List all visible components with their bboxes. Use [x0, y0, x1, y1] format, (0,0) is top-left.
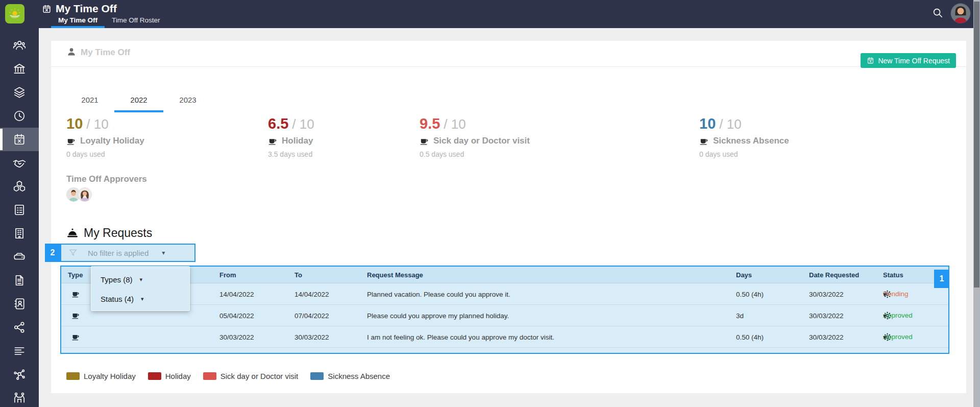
sidebar-item-cubes[interactable] [0, 175, 39, 198]
search-icon[interactable] [932, 7, 944, 19]
person-icon [66, 46, 77, 57]
caret-down-icon[interactable]: ▾ [883, 333, 887, 341]
user-avatar[interactable] [950, 3, 971, 23]
people-carry-icon [13, 391, 26, 404]
sidebar-item-share[interactable] [0, 316, 39, 339]
stat-sickness-absence: 10/ 10 Sickness Absence 0 days used [699, 115, 789, 158]
divider [51, 66, 966, 67]
align-left-icon [13, 344, 26, 357]
year-tab-2022[interactable]: 2022 [114, 89, 163, 112]
col-type: Type [68, 271, 83, 279]
coffee-cup-icon [66, 136, 76, 146]
calendar-x-icon [867, 57, 874, 64]
vertical-scrollbar[interactable] [973, 0, 980, 407]
table-row[interactable]: 30/03/2022 30/03/2022 I am not feeling o… [61, 326, 948, 348]
stat-days-used: 0 days used [66, 150, 144, 158]
sidebar-item-checklist[interactable] [0, 198, 39, 222]
checklist-icon [13, 203, 26, 217]
new-request-label: New Time Off Request [878, 57, 950, 65]
app-title: My Time Off [56, 3, 117, 15]
stat-value: 10 [66, 115, 83, 132]
contract-icon [13, 274, 26, 287]
coffee-cup-icon [71, 332, 80, 341]
sidebar-item-team[interactable] [0, 34, 39, 57]
section-title: My Time Off [81, 47, 130, 58]
cell-days: 0.50 (4h) [736, 333, 764, 341]
sidebar-nav [0, 28, 39, 407]
cell-from: 05/04/2022 [219, 312, 254, 319]
sidebar-item-drive[interactable] [0, 245, 39, 269]
legend-item-sick-day: Sick day or Doctor visit [203, 372, 299, 380]
building-icon [13, 227, 26, 240]
scrollbar-thumb[interactable] [974, 2, 979, 288]
filter-dropdown-toggle[interactable]: No filter is applied ▾ [60, 244, 195, 262]
tab-my-time-off[interactable]: My Time Off [51, 15, 105, 28]
sidebar-item-contract[interactable] [0, 269, 39, 292]
drive-icon [13, 250, 26, 264]
caret-down-icon: ▾ [162, 249, 165, 256]
stat-total: / 10 [292, 116, 314, 132]
sidebar-item-building[interactable] [0, 222, 39, 245]
table-row[interactable]: 14/04/2022 14/04/2022 Planned vacation. … [61, 283, 948, 305]
tab-time-off-roster[interactable]: Time Off Roster [105, 15, 167, 28]
main-panel: My Time Off New Time Off Request 2021 20… [51, 41, 966, 393]
stat-loyalty-holiday: 10/ 10 Loyalty Holiday 0 days used [66, 115, 144, 158]
cell-status: Approved ▾ [883, 332, 892, 341]
caret-down-icon[interactable]: ▾ [883, 290, 887, 298]
clock-icon [13, 109, 26, 123]
year-tab-2023[interactable]: 2023 [163, 89, 212, 112]
bell-icon [66, 227, 79, 240]
sidebar-item-list[interactable] [0, 339, 39, 363]
coffee-cup-icon [71, 290, 80, 298]
sidebar-item-handshake[interactable] [0, 151, 39, 175]
sidebar-item-time-off[interactable] [0, 128, 39, 151]
cell-days: 3d [736, 312, 744, 319]
year-tab-2021[interactable]: 2021 [65, 89, 114, 112]
app-logo[interactable] [5, 4, 24, 23]
time-off-legend: Loyalty Holiday Holiday Sick day or Doct… [66, 372, 390, 380]
legend-swatch [66, 372, 80, 380]
caret-down-icon: ▾ [141, 296, 144, 302]
sidebar-item-organization[interactable] [0, 57, 39, 81]
address-book-icon [13, 297, 26, 310]
cubes-icon [13, 180, 26, 193]
cell-from: 14/04/2022 [219, 290, 254, 298]
legend-swatch [310, 372, 324, 380]
funnel-icon [68, 248, 78, 257]
sidebar-item-time[interactable] [0, 104, 39, 128]
stat-days-used: 3.5 days used [268, 150, 314, 158]
table-header: Type From To Request Message Days Date R… [61, 267, 948, 283]
legend-label: Sickness Absence [328, 372, 390, 380]
sidebar-item-layers[interactable] [0, 81, 39, 104]
stat-total: / 10 [86, 116, 108, 132]
status-badge: Approved [883, 333, 913, 341]
cell-status: Approved ▾ [883, 311, 892, 320]
stat-value: 6.5 [268, 115, 288, 132]
page-title-bar: My Time Off [42, 3, 117, 15]
sunrise-icon [7, 6, 22, 21]
caret-down-icon: ▾ [140, 276, 143, 283]
caret-down-icon[interactable]: ▾ [883, 312, 887, 320]
table-row[interactable]: 05/04/2022 07/04/2022 Please could you a… [61, 305, 948, 326]
status-badge: Pending [883, 290, 909, 298]
cell-message: I am not feeling ok. Please could you ap… [367, 333, 554, 341]
requests-table: 1 Type From To Request Message Days Date… [60, 266, 949, 354]
stat-label: Holiday [282, 136, 313, 146]
status-label: Status (4) [101, 295, 134, 303]
col-to: To [295, 271, 302, 279]
filter-status-item[interactable]: Status (4) ▾ [91, 289, 189, 308]
sidebar-item-network[interactable] [0, 363, 39, 386]
stat-label: Loyalty Holiday [80, 136, 144, 146]
cell-days: 0.50 (4h) [736, 290, 764, 298]
approvers-title: Time Off Approvers [66, 174, 147, 184]
calendar-x-icon [42, 4, 52, 14]
stat-label: Sickness Absence [713, 136, 789, 146]
new-time-off-request-button[interactable]: New Time Off Request [861, 53, 956, 68]
sidebar-item-address-book[interactable] [0, 292, 39, 316]
coffee-cup-icon [699, 136, 709, 146]
status-badge: Approved [883, 312, 913, 319]
sidebar-item-people-carry[interactable] [0, 386, 39, 407]
filter-types-item[interactable]: Types (8) ▾ [91, 270, 189, 289]
stat-value: 10 [699, 115, 716, 132]
stat-holiday: 6.5/ 10 Holiday 3.5 days used [268, 115, 314, 158]
